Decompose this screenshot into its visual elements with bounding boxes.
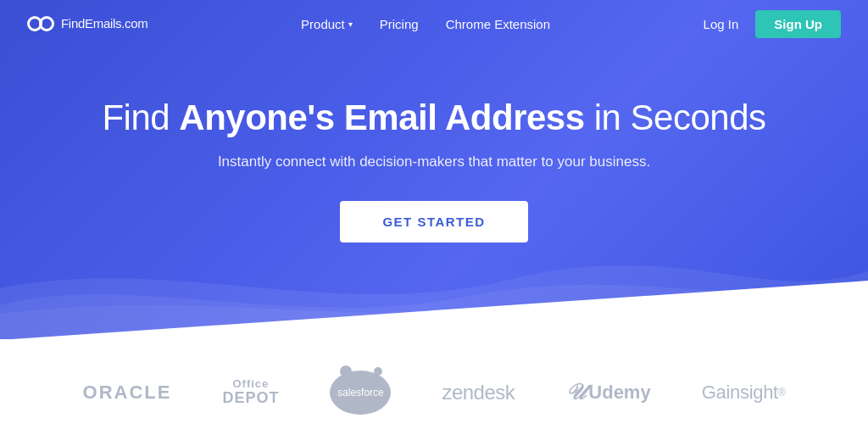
nav-pricing[interactable]: Pricing bbox=[380, 17, 419, 31]
navbar: FindEmails.com Product ▾ Pricing Chrome … bbox=[0, 0, 868, 47]
hero-title-bold: Anyone's Email Address bbox=[179, 98, 584, 137]
hero-title-start: Find bbox=[102, 98, 179, 137]
nav-product[interactable]: Product ▾ bbox=[301, 17, 353, 31]
signup-button[interactable]: Sign Up bbox=[755, 10, 841, 38]
nav-actions: Log In Sign Up bbox=[704, 10, 841, 38]
brand-name: FindEmails bbox=[61, 16, 121, 31]
svg-marker-0 bbox=[0, 281, 868, 339]
udemy-logo: 𝒰 Udemy bbox=[565, 380, 650, 405]
hero-section: FindEmails.com Product ▾ Pricing Chrome … bbox=[0, 0, 868, 339]
brand-tld: .com bbox=[121, 16, 147, 31]
chevron-down-icon: ▾ bbox=[348, 20, 353, 29]
cta-button[interactable]: GET STARTED bbox=[340, 201, 527, 243]
nav-chrome-label: Chrome Extension bbox=[446, 17, 550, 31]
hero-title-end: in Seconds bbox=[585, 98, 766, 137]
hero-content: Find Anyone's Email Address in Seconds I… bbox=[102, 97, 765, 242]
nav-product-label: Product bbox=[301, 17, 345, 31]
hero-title: Find Anyone's Email Address in Seconds bbox=[102, 97, 765, 139]
nav-pricing-label: Pricing bbox=[380, 17, 419, 31]
logo-icon bbox=[27, 16, 54, 31]
nav-chrome-extension[interactable]: Chrome Extension bbox=[446, 17, 550, 31]
office-depot-logo: Office DEPOT bbox=[222, 378, 279, 407]
login-button[interactable]: Log In bbox=[704, 17, 739, 31]
salesforce-logo: salesforce bbox=[330, 371, 391, 415]
logo-circle-right bbox=[39, 16, 54, 31]
zendesk-logo: zendesk bbox=[442, 381, 515, 404]
gainsight-logo: Gainsight® bbox=[702, 382, 786, 404]
hero-subtitle: Instantly connect with decision-makers t… bbox=[102, 153, 765, 170]
oracle-logo: ORACLE bbox=[83, 382, 172, 404]
nav-links: Product ▾ Pricing Chrome Extension bbox=[301, 17, 550, 31]
logo-text: FindEmails.com bbox=[61, 15, 148, 32]
logos-section: ORACLE Office DEPOT salesforce zendesk 𝒰… bbox=[0, 339, 868, 446]
logo[interactable]: FindEmails.com bbox=[27, 15, 148, 32]
